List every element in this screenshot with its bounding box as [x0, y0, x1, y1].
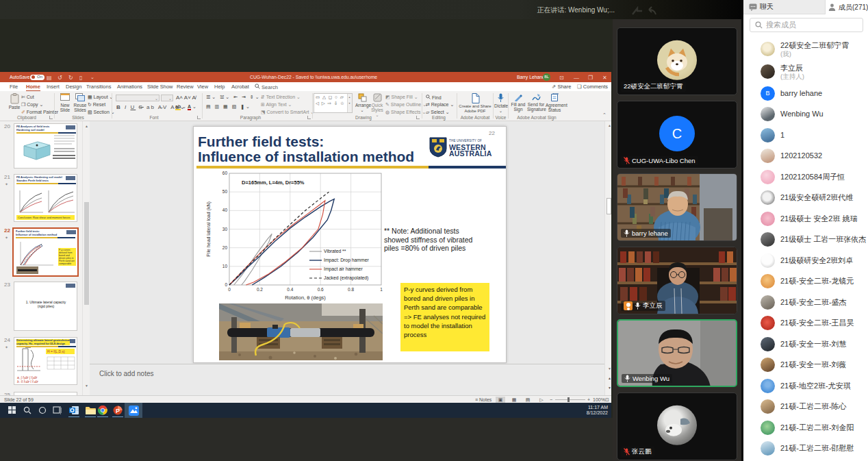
dictate-button[interactable]: Dictate ⌄	[494, 93, 507, 113]
video-tile-1[interactable]: 22硕安全二班郁宁霄	[617, 27, 737, 95]
autosave-toggle[interactable]: On	[30, 75, 44, 80]
account-name[interactable]: Barry Lehane	[517, 75, 545, 79]
shapes-gallery[interactable]: ▭ △ ◻ ○ ▱◁ ▷ ⇨ ⇩ ☆▴▾	[314, 93, 353, 113]
clipboard-dialog-launcher[interactable]	[49, 116, 53, 119]
main-scrollbar[interactable]: ▲ ▼ ▲ ▼	[604, 121, 611, 395]
slide-yellow-callout[interactable]: P-y curves derived from bored and driven…	[400, 283, 489, 351]
replace-button[interactable]: ⇄ Replace ⌄	[426, 102, 454, 108]
member-search-input[interactable]: 搜索成员	[750, 18, 863, 32]
fill-sign-button[interactable]: Fill and Sign	[510, 93, 526, 112]
layout-button[interactable]: ▦ Layout ⌄	[88, 95, 113, 100]
ribbon-search[interactable]: Search	[255, 84, 278, 90]
paragraph-dialog-launcher[interactable]	[307, 116, 311, 119]
next-slide-button[interactable]: ▼	[607, 386, 613, 390]
present-icon[interactable]: ▯	[79, 75, 82, 81]
list-indent-buttons[interactable]: ☰⌄ ☱⌄ ⇤ ⇥ ⇕⌄	[206, 95, 261, 100]
highlight-color-button[interactable]: ab ⌄ A ⌄	[175, 104, 196, 110]
font-dialog-launcher[interactable]	[197, 116, 201, 119]
shape-effects-button[interactable]: ◍ Shape Effects ⌄	[385, 110, 426, 115]
create-pdf-button[interactable]: Create and Share Adobe PDF	[459, 93, 492, 114]
member-row[interactable]: 21硕-工岩二班-刘金阳	[743, 417, 868, 438]
drawing-dialog-launcher[interactable]	[416, 116, 420, 119]
slide-thumbnail-24[interactable]: Determining ultimate lateral geotechnica…	[14, 337, 77, 385]
thumbnail-scrollbar[interactable]: ▲ ▼	[82, 121, 90, 395]
grow-shrink-font[interactable]: A˄ A˅ A̸	[176, 95, 196, 101]
reading-view-button[interactable]: ▤	[523, 397, 533, 403]
undo-icon[interactable]: ↺	[58, 75, 62, 81]
tab-chat[interactable]: 聊天	[743, 0, 826, 14]
meeting-app-taskbar-icon[interactable]	[125, 403, 142, 418]
menu-help[interactable]: Help	[214, 84, 225, 90]
menu-insert[interactable]: Insert	[47, 84, 60, 90]
share-arrow-icon[interactable]	[631, 6, 643, 16]
slide-thumbnail-21[interactable]: FE Analyses: Hardening soil model Stande…	[14, 174, 77, 222]
fit-to-window-icon[interactable]: ⊡	[605, 397, 609, 403]
collapse-ribbon-icon[interactable]: ⌃	[602, 112, 607, 118]
member-row[interactable]: 21硕-地空2班-尤安琪	[743, 375, 868, 397]
outlook-taskbar-icon[interactable]	[66, 403, 82, 418]
align-text-button[interactable]: ⊞ Align Text ⌄	[261, 102, 292, 108]
notes-placeholder[interactable]: Click to add notes	[99, 370, 154, 377]
member-row[interactable]: 李立辰(主持人)	[743, 60, 868, 83]
taskbar-search-icon[interactable]	[19, 403, 36, 418]
cut-button[interactable]: ✄ Cut	[21, 95, 34, 100]
redo-icon[interactable]: ↻	[68, 75, 73, 81]
video-tile-6[interactable]: 张云鹏	[617, 393, 737, 460]
slide-sorter-button[interactable]: ▦	[509, 397, 519, 403]
member-row[interactable]: 21级硕士 安全2班 姚瑞	[743, 208, 868, 229]
member-row[interactable]: 1	[743, 125, 868, 146]
share-button[interactable]: ⇗ Share	[552, 84, 571, 90]
thumbnail-scrollbar-thumb[interactable]	[84, 202, 89, 305]
powerpoint-taskbar-icon[interactable]: P	[110, 403, 126, 418]
tab-members[interactable]: 成员(271)	[826, 0, 868, 14]
select-button[interactable]: ▱ Select ⌄	[426, 110, 450, 115]
close-icon[interactable]: ✕	[602, 75, 607, 81]
slideshow-button[interactable]: ▷	[537, 397, 546, 403]
text-direction-button[interactable]: ⇵ Text Direction ⌄	[261, 95, 301, 100]
section-button[interactable]: ▧ Section ⌄	[88, 110, 115, 115]
cortana-icon[interactable]	[34, 403, 51, 418]
member-row[interactable]: 21硕-安全二班-王昌昊	[743, 313, 868, 334]
shape-fill-button[interactable]: ◩ Shape Fill ⌄	[385, 95, 418, 100]
video-tile-2[interactable]: CCUG-UWA-Libo Chen	[617, 101, 737, 169]
zoom-slider[interactable]	[555, 399, 585, 400]
send-signature-button[interactable]: Send for Signature	[527, 93, 545, 112]
quick-styles-button[interactable]: Quick Styles ⌄	[370, 93, 384, 117]
menu-view[interactable]: View	[197, 84, 208, 90]
member-row[interactable]: 21级安全硕研2班代维	[743, 188, 868, 209]
notes-toggle[interactable]: ≡ Notes	[475, 397, 492, 402]
new-slide-button[interactable]: New Slide	[58, 93, 73, 112]
py-curves-chart[interactable]: 010203040506000.20.40.60.81Pile head lat…	[203, 168, 392, 303]
slide-thumbnail-20[interactable]: FE Analyses of field tests Hardening soi…	[14, 123, 77, 169]
scroll-down-icon[interactable]: ▼	[607, 366, 613, 371]
member-row[interactable]: Bbarry lehane	[743, 83, 868, 104]
menu-review[interactable]: Review	[177, 84, 194, 90]
member-row[interactable]: 21硕-工岩二班-邵慰慰	[743, 438, 868, 460]
account-avatar[interactable]: BL	[543, 73, 550, 81]
align-buttons[interactable]: ▤ ▥ ▦ ▧ ❚⌄	[206, 104, 251, 110]
menu-transitions[interactable]: Transitions	[86, 84, 111, 90]
taskbar-clock[interactable]: 11:17 AM8/12/2022	[587, 405, 608, 416]
member-row[interactable]: 21硕-安全一班-刘薇	[743, 355, 868, 376]
arrange-button[interactable]: Arrange ⌄	[355, 93, 369, 112]
restore-icon[interactable]: ❐	[588, 75, 593, 81]
qat-more-icon[interactable]: ⌄	[90, 75, 94, 80]
member-row[interactable]: 22硕安全二班郁宁霄(我)	[743, 38, 868, 60]
notes-pane[interactable]: Click to add notes	[90, 364, 604, 395]
member-row[interactable]: 21硕-安全一班-刘慧	[743, 334, 868, 355]
format-painter-button[interactable]: ✐ Format Painter	[21, 110, 58, 115]
slide-canvas[interactable]: Further field tests:Influence of install…	[193, 126, 507, 363]
font-name-combo[interactable]	[116, 95, 159, 101]
slide-thumbnail-22[interactable]: Further field tests: Influence of instal…	[12, 227, 79, 277]
member-row[interactable]: 21硕-安全二班-盛杰	[743, 292, 868, 313]
chrome-taskbar-icon[interactable]	[94, 403, 111, 418]
member-row[interactable]: 1202120532	[743, 146, 868, 167]
minimize-icon[interactable]: —	[574, 75, 579, 81]
zoom-in-icon[interactable]: +	[587, 397, 590, 402]
find-button[interactable]: Find	[426, 95, 442, 100]
task-view-icon[interactable]	[49, 403, 66, 418]
field-test-photo[interactable]	[219, 303, 383, 360]
menu-file[interactable]: File	[10, 84, 18, 90]
video-tile-5[interactable]: Wenbing Wu	[617, 319, 737, 387]
member-row[interactable]: 21硕-安全二班-龙镜元	[743, 271, 868, 292]
